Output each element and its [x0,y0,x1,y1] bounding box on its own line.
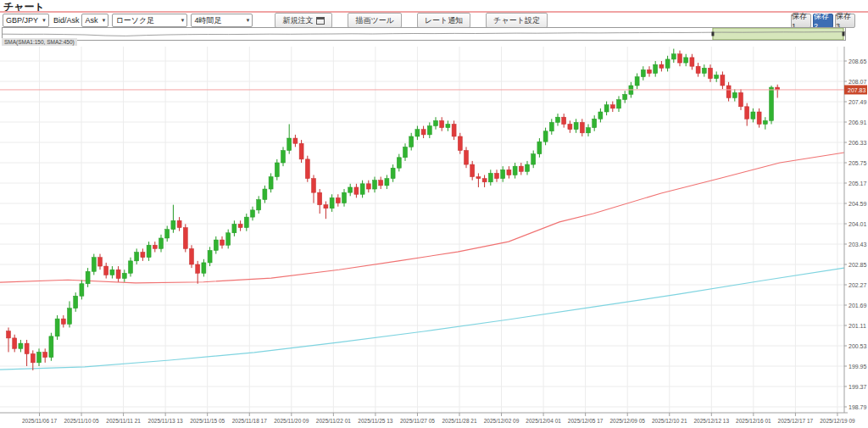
save-slot-2-button[interactable]: 保存2 [813,14,833,28]
candle-body [275,163,279,177]
candle-body [122,273,126,278]
y-axis-label: 204.59 [849,201,867,207]
candle-body [159,238,164,248]
drawing-tools-button[interactable]: 描画ツール [348,13,401,28]
candle-body [220,240,225,245]
candle-body [409,136,414,147]
toolbar-button-group: 新規注文 描画ツール レート通知 チャート設定 [275,13,547,28]
save-slot-3-button[interactable]: 保存3 [835,14,855,28]
save-slot-1-button[interactable]: 保存1 [791,14,811,28]
chart-settings-button[interactable]: チャート設定 [486,13,548,28]
chart-range-navigator[interactable] [2,27,846,41]
navigator-handle-left[interactable] [711,32,714,36]
candle-body [49,336,53,358]
chevron-down-icon: ▼ [102,18,107,23]
x-axis-label: 2025/12/19 09 [820,418,855,424]
currency-pair-value: GBP/JPY [6,16,38,25]
candle-body [61,319,65,324]
candle-body [427,126,431,135]
y-axis-label: 204.01 [849,221,867,227]
x-axis-label: 2025/12/09 05 [609,418,645,424]
candle-body [574,122,578,129]
candle-body [671,54,676,59]
candle-body [593,119,597,127]
candle-body [74,296,78,308]
candle-body [726,86,731,97]
candle-body [360,184,364,194]
y-axis-label: 205.17 [849,181,867,186]
candle-body [238,224,242,227]
candle-body [635,77,639,86]
candle-body [196,264,200,273]
candle-body [537,142,542,153]
candle-body [751,112,755,119]
candle-body [715,75,719,79]
bid-ask-label: Bid/Ask [53,16,80,25]
x-axis-label: 2025/12/16 01 [736,418,771,424]
candle-body [415,130,420,136]
candle-body [587,128,591,133]
candle-body [208,250,212,262]
main-chart-area[interactable]: 208.65208.07207.49206.91206.33205.75205.… [0,47,868,428]
y-axis-label: 203.43 [849,242,867,247]
popup-window-icon [316,17,325,25]
y-axis-label: 198.79 [849,404,867,410]
x-axis-label: 2025/11/28 21 [442,418,476,424]
candle-body [446,124,450,127]
main-chart-svg: 208.65208.07207.49206.91206.33205.75205.… [0,47,868,428]
rate-alert-button[interactable]: レート通知 [417,13,470,28]
save-slot-group: 保存1 保存2 保存3 [791,14,855,28]
candle-body [580,122,584,132]
currency-pair-select[interactable]: GBP/JPY ▼ [3,14,49,27]
bid-ask-select[interactable]: Ask ▼ [81,14,108,27]
candle-body [13,338,17,348]
candle-body [598,112,603,119]
candle-body [610,105,615,108]
bid-ask-value: Ask [85,16,97,25]
candle-body [379,181,383,186]
x-axis-label: 2025/11/13 13 [148,418,183,424]
candle-body [263,189,267,199]
chevron-down-icon: ▼ [42,18,47,23]
chevron-down-icon: ▼ [181,18,186,23]
candle-body [659,64,664,68]
candle-body [763,120,767,124]
x-axis-label: 2025/11/15 05 [190,418,225,424]
y-axis-label: 208.07 [849,79,867,85]
navigator-selection [713,28,843,40]
candle-body [98,258,103,266]
candle-body [641,69,645,76]
candle-body [281,151,286,163]
candle-body [421,130,426,135]
candle-body [709,68,713,78]
candle-body [721,75,725,86]
candle-body [171,220,175,229]
x-axis-label: 2025/12/04 01 [526,418,561,424]
candle-body [495,173,499,178]
chart-toolbar: GBP/JPY ▼ Bid/Ask Ask ▼ ローソク足 ▼ 4時間足 ▼ 新… [3,14,548,27]
sma1-line [0,153,844,283]
candle-body [373,181,377,189]
candle-body [678,54,682,63]
candle-body [696,66,700,73]
candle-body [287,138,292,150]
drawing-tools-label: 描画ツール [355,15,393,26]
new-order-button[interactable]: 新規注文 [275,13,332,28]
x-axis-label: 2025/12/12 13 [694,418,730,424]
y-axis-label: 202.27 [849,282,867,288]
new-order-label: 新規注文 [282,15,313,26]
candle-body [37,352,42,362]
candle-body [702,68,706,73]
chart-settings-label: チャート設定 [493,15,540,26]
y-axis-label: 208.65 [849,58,867,64]
candles-group [7,49,780,370]
navigator-handle-right[interactable] [843,32,845,36]
candle-body [617,100,621,108]
candle-body [604,105,609,112]
candle-body [324,205,328,208]
chart-type-select[interactable]: ローソク足 ▼ [112,14,187,27]
candle-body [68,308,72,325]
candle-body [226,233,231,245]
timeframe-select[interactable]: 4時間足 ▼ [191,14,253,27]
y-axis-label: 206.33 [849,140,867,146]
